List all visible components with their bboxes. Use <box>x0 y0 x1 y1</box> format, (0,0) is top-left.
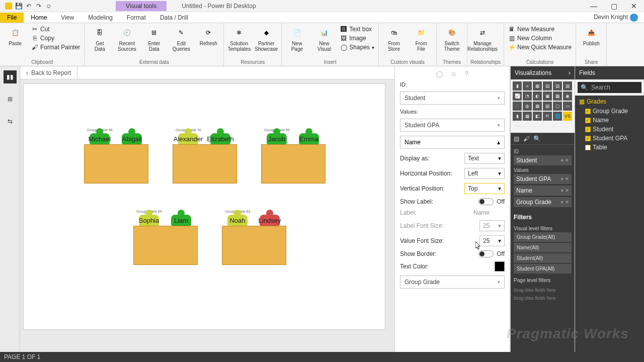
viz-icon[interactable]: ▦ <box>533 102 542 111</box>
switch-theme-button[interactable]: 🎨Switch Theme <box>440 24 464 58</box>
save-icon[interactable]: 💾 <box>15 3 22 10</box>
report-page[interactable]: Group Grade 98 Michael Abigail Group Gra… <box>23 83 385 330</box>
manage-relationships-button[interactable]: ⇄Manage Relationships <box>470 24 495 58</box>
vpos-dropdown[interactable]: Top▾ <box>464 183 505 194</box>
get-data-button[interactable]: 🗄Get Data <box>88 24 112 58</box>
datadrill-tab[interactable]: Data / Drill <box>153 13 195 23</box>
publish-button[interactable]: 📤Publish <box>579 24 603 58</box>
shape-smiley-icon[interactable]: ☺ <box>451 70 457 77</box>
field-item[interactable]: ✓Group Grade <box>577 107 642 116</box>
data-view-icon[interactable]: ⊞ <box>4 93 17 106</box>
copy-button[interactable]: ⎘Copy <box>30 34 81 42</box>
values-dropdown[interactable]: Student GPA▾ <box>400 119 505 132</box>
image-button[interactable]: 🖼Image <box>339 34 375 42</box>
show-label-toggle[interactable] <box>478 198 494 205</box>
well-item[interactable]: Student GPA▾ ✕ <box>514 174 572 184</box>
home-tab[interactable]: Home <box>24 13 54 23</box>
chevron-right-icon[interactable]: › <box>569 69 571 76</box>
shapes-button[interactable]: ◯Shapes ▾ <box>339 43 375 51</box>
group-grade-dropdown[interactable]: Group Grade▾ <box>400 276 505 289</box>
recent-sources-button[interactable]: 🕘Recent Sources <box>115 24 139 58</box>
new-page-button[interactable]: 📄New Page <box>285 24 309 58</box>
checkbox-icon[interactable]: ✓ <box>585 136 591 141</box>
fields-tab-icon[interactable]: ▤ <box>514 135 519 142</box>
signed-in-user[interactable]: Devin Knight <box>588 12 644 23</box>
viz-icon[interactable]: R <box>543 112 552 121</box>
hpos-dropdown[interactable]: Left▾ <box>464 168 505 179</box>
shape-circle-icon[interactable]: ◯ <box>436 70 443 77</box>
id-dropdown[interactable]: Student▾ <box>400 92 505 105</box>
viz-icon-selected[interactable]: VS <box>563 112 572 121</box>
new-column-button[interactable]: ▥New Column <box>507 34 573 42</box>
close-icon[interactable]: ✕ <box>624 2 644 10</box>
redo-icon[interactable]: ↷ <box>35 3 42 10</box>
viz-icon[interactable]: ▥ <box>553 81 562 90</box>
viz-icon[interactable]: 📈 <box>513 92 522 101</box>
show-border-toggle[interactable] <box>478 250 494 257</box>
refresh-button[interactable]: ⟳Refresh <box>196 24 220 58</box>
format-tab-icon[interactable]: 🖌 <box>523 135 529 142</box>
textbox-button[interactable]: 🅰Text box <box>339 25 375 33</box>
maximize-icon[interactable]: ▢ <box>604 2 624 10</box>
label-font-size-dropdown[interactable]: 25▾ <box>479 220 505 231</box>
viz-icon[interactable]: ▣ <box>543 92 552 101</box>
viz-icon[interactable]: ▮ <box>513 112 522 121</box>
paste-button[interactable]: 📋Paste <box>3 24 27 58</box>
checkbox-icon[interactable]: ✓ <box>585 109 591 114</box>
view-tab[interactable]: View <box>54 13 81 23</box>
partner-showcase-button[interactable]: ◆Partner Showcase <box>254 24 278 58</box>
back-to-report-button[interactable]: ‹Back to Report <box>20 66 77 79</box>
display-as-dropdown[interactable]: Text▾ <box>464 153 505 164</box>
solution-templates-button[interactable]: ❄Solution Templates <box>227 24 251 58</box>
viz-icon[interactable]: ▦ <box>533 81 542 90</box>
filter-item[interactable]: Student GPA(All) <box>514 264 572 274</box>
minimize-icon[interactable]: — <box>584 2 604 10</box>
contextual-tab[interactable]: Visual tools <box>116 1 167 11</box>
well-item[interactable]: Student▾ ✕ <box>514 155 572 165</box>
viz-icon[interactable]: ◐ <box>533 92 542 101</box>
viz-icon[interactable]: ▨ <box>543 102 552 111</box>
shape-person-icon[interactable]: ? <box>465 70 468 77</box>
from-file-button[interactable]: 📁From File <box>409 24 433 58</box>
viz-icon[interactable]: ≡ <box>523 81 532 90</box>
filter-item[interactable]: Student(All) <box>514 253 572 263</box>
from-store-button[interactable]: 🛍From Store <box>382 24 406 58</box>
new-quick-measure-button[interactable]: ⚡New Quick Measure <box>507 43 573 51</box>
format-painter-button[interactable]: 🖌Format Painter <box>30 43 81 51</box>
edit-queries-button[interactable]: ✎Edit Queries <box>169 24 193 58</box>
undo-icon[interactable]: ↶ <box>25 3 32 10</box>
cut-button[interactable]: ✂Cut <box>30 25 81 33</box>
filter-item[interactable]: Name(All) <box>514 243 572 252</box>
viz-icon[interactable]: ▤ <box>543 81 552 90</box>
viz-icon[interactable]: ▦ <box>523 112 532 121</box>
text-color-swatch[interactable] <box>495 261 505 272</box>
checkbox-icon[interactable]: ✓ <box>585 127 591 132</box>
well-item[interactable]: Name▾ ✕ <box>514 186 572 196</box>
field-item[interactable]: ✓Student <box>577 125 642 134</box>
name-section-header[interactable]: Name▴ <box>400 136 505 149</box>
viz-more-icon[interactable]: ⋯ <box>513 122 522 131</box>
filter-item[interactable]: Group Grade(All) <box>514 232 572 242</box>
viz-icon[interactable]: ◉ <box>563 92 572 101</box>
viz-icon[interactable]: ▧ <box>563 81 572 90</box>
checkbox-icon[interactable]: ✓ <box>585 118 591 123</box>
analytics-tab-icon[interactable]: 🔍 <box>533 135 541 142</box>
modeling-tab[interactable]: Modeling <box>81 13 120 23</box>
report-view-icon[interactable]: ▮▮ <box>4 70 17 83</box>
viz-icon[interactable]: ∴ <box>513 102 522 111</box>
fields-search[interactable]: 🔍Search <box>578 82 641 93</box>
viz-icon[interactable]: ▩ <box>553 92 562 101</box>
field-item[interactable]: Table <box>577 143 642 152</box>
viz-icon[interactable]: ◧ <box>533 112 542 121</box>
new-visual-button[interactable]: 📊New Visual <box>312 24 336 58</box>
format-tab[interactable]: Format <box>120 13 153 23</box>
viz-icon[interactable]: ◔ <box>523 92 532 101</box>
field-item[interactable]: ✓Name <box>577 116 642 125</box>
enter-data-button[interactable]: ⊞Enter Data <box>142 24 166 58</box>
viz-icon[interactable]: ▮ <box>513 81 522 90</box>
well-item[interactable]: Group Grade▾ ✕ <box>514 197 572 207</box>
checkbox-icon[interactable] <box>585 145 591 150</box>
viz-icon[interactable]: 🌐 <box>553 112 562 121</box>
model-view-icon[interactable]: ⇆ <box>4 115 17 128</box>
value-font-size-dropdown[interactable]: 25▾ <box>479 235 505 246</box>
